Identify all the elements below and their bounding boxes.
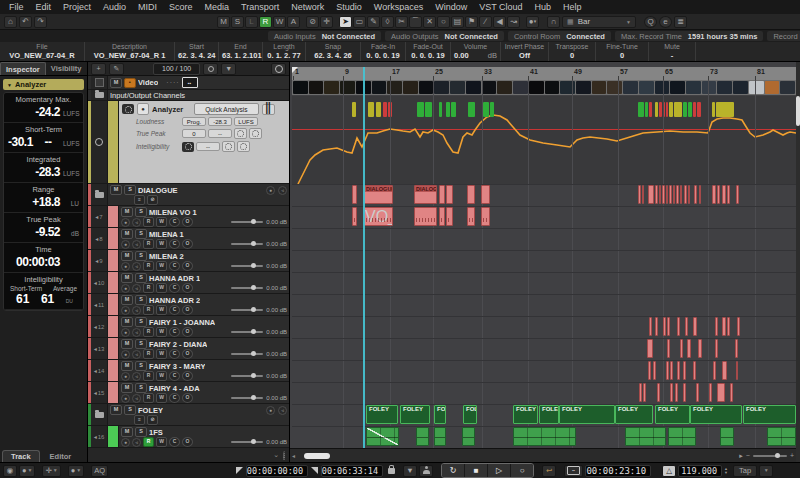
read-automation-button[interactable]: R xyxy=(143,261,154,271)
channel-edit-button[interactable]: C xyxy=(169,217,180,227)
event-fairy-1-joanna[interactable] xyxy=(663,317,666,336)
read-automation-button[interactable]: R xyxy=(143,371,154,381)
solo-button[interactable]: S xyxy=(135,339,147,349)
solo-button[interactable]: S xyxy=(135,229,147,239)
status-control-room[interactable]: Control RoomConnected xyxy=(508,31,611,41)
record-enable-icon[interactable]: ● xyxy=(121,240,130,249)
zoom-slider[interactable] xyxy=(753,455,787,457)
event-1fs[interactable] xyxy=(767,427,796,446)
insert-mode-dropdown[interactable]: ✛▼ xyxy=(42,465,60,477)
event-foley-folder[interactable]: FOLEY xyxy=(513,405,538,424)
record-enable-icon[interactable]: ● xyxy=(266,186,275,195)
event-fairy-1-joanna[interactable] xyxy=(727,317,730,336)
tab-track[interactable]: Track xyxy=(2,450,40,462)
info-fine-tune[interactable]: Fine-Tune0 xyxy=(596,42,649,61)
event-fairy-3-mary[interactable] xyxy=(653,361,656,380)
scroll-left-icon[interactable]: ◂ xyxy=(292,452,295,459)
quantize-button[interactable]: Q xyxy=(644,16,657,28)
vertical-scrollbar-thumb[interactable] xyxy=(796,96,800,126)
info-length[interactable]: Length0. 1. 2. 77 xyxy=(263,42,306,61)
mute-button[interactable]: M xyxy=(121,339,133,349)
menu-item-edit[interactable]: Edit xyxy=(36,2,52,12)
event-dialogue-folder[interactable] xyxy=(684,185,687,204)
tab-inspector[interactable]: Inspector xyxy=(0,62,46,75)
monitor-icon[interactable]: ◃ xyxy=(132,240,141,249)
event-fairy-4-ada[interactable] xyxy=(643,383,646,402)
track-input-output-channels[interactable]: Input/Output Channels xyxy=(88,90,289,101)
read-automation-button[interactable]: R xyxy=(143,283,154,293)
read-automation-button[interactable]: R xyxy=(143,437,154,447)
solo-button[interactable]: S xyxy=(135,207,147,217)
mute-button[interactable]: M xyxy=(121,317,133,327)
event-dialogue-folder[interactable]: DIALOGUE xyxy=(414,185,437,204)
menu-item-workspaces[interactable]: Workspaces xyxy=(374,2,423,12)
record-enable-icon[interactable]: ● xyxy=(121,350,130,359)
info-description[interactable]: DescriptionVO_NEW_67-04_R 1 xyxy=(85,42,175,61)
lines-icon[interactable]: ≣ xyxy=(674,16,687,28)
split-tool[interactable]: ✂ xyxy=(395,16,408,28)
event-milena-vo-1[interactable] xyxy=(481,207,490,226)
record-enable-icon[interactable]: ● xyxy=(121,284,130,293)
event-foley-folder[interactable]: FOLEY xyxy=(366,405,398,424)
auto-quantize-button[interactable]: AQ xyxy=(91,465,108,477)
channel-edit-button[interactable]: C xyxy=(169,239,180,249)
status-audio-inputs[interactable]: Audio InputsNot Connected xyxy=(268,31,381,41)
arrange-area[interactable]: 19172533414957657381 DIALOGUEDIALOGUEVO_… xyxy=(290,62,800,462)
event-fairy-2-diana[interactable] xyxy=(698,339,702,358)
event-dialogue-folder[interactable] xyxy=(666,185,668,204)
mute-button[interactable]: M xyxy=(121,361,133,371)
event-dialogue-folder[interactable] xyxy=(659,185,661,204)
event-fairy-2-diana[interactable] xyxy=(647,339,653,358)
record-enable-icon[interactable]: ● xyxy=(121,218,130,227)
event-milena-vo-1[interactable] xyxy=(352,207,357,226)
redo-icon[interactable]: ↷ xyxy=(34,16,47,28)
volume-slider[interactable] xyxy=(231,397,263,399)
write-automation-button[interactable]: W xyxy=(156,217,167,227)
event-dialogue-folder[interactable] xyxy=(669,185,672,204)
event-fairy-4-ada[interactable] xyxy=(683,383,686,402)
gear-icon[interactable] xyxy=(237,141,250,152)
solo-button[interactable]: S xyxy=(135,361,147,371)
event-fairy-3-mary[interactable] xyxy=(648,361,651,380)
info-mute[interactable]: Mute- xyxy=(649,42,696,61)
write-automation-button[interactable]: W xyxy=(156,371,167,381)
menu-item-hub[interactable]: Hub xyxy=(535,2,552,12)
auto-scroll-icon[interactable]: ✛ xyxy=(320,16,333,28)
event-fairy-1-joanna[interactable] xyxy=(737,317,740,336)
status-max-record-time[interactable]: Max. Record Time1591 hours 35 mins xyxy=(615,31,763,41)
event-fairy-1-joanna[interactable] xyxy=(655,317,658,336)
analyzer-cell[interactable]: -- xyxy=(196,142,220,151)
analyzer-cell[interactable]: -- xyxy=(208,129,232,138)
retrospective-record-icon[interactable]: ↩ xyxy=(542,465,556,477)
suspend-automation-icon[interactable]: ⊘ xyxy=(306,16,319,28)
event-fairy-3-mary[interactable] xyxy=(670,361,673,380)
write-automation-button[interactable]: W xyxy=(156,283,167,293)
channel-edit-button[interactable]: C xyxy=(169,437,180,447)
event-dialogue-folder[interactable] xyxy=(673,185,675,204)
write-automation-button[interactable]: W xyxy=(156,393,167,403)
record-enable-icon[interactable]: ● xyxy=(121,306,130,315)
lock-icon[interactable] xyxy=(388,468,395,474)
record-enable-icon[interactable]: ● xyxy=(121,438,130,447)
volume-slider[interactable] xyxy=(231,287,263,289)
menu-item-score[interactable]: Score xyxy=(169,2,193,12)
read-automation-button[interactable]: R xyxy=(143,327,154,337)
event-fairy-4-ada[interactable] xyxy=(696,383,699,402)
tab-editor[interactable]: Editor xyxy=(42,451,80,462)
record-icon[interactable]: ● xyxy=(137,103,149,115)
event-fairy-4-ada[interactable] xyxy=(717,383,725,402)
tempo-spinner[interactable]: ▲▼ xyxy=(724,467,728,475)
mute-tool[interactable]: ✕ xyxy=(423,16,436,28)
analyzer-cell[interactable]: Prog. xyxy=(182,117,206,126)
event-fairy-2-diana[interactable] xyxy=(735,339,738,358)
track-fairy-2-diana[interactable]: ◂13MSFAIRY 2 - DIANA●◃RWCO0.00 dB xyxy=(88,338,289,360)
menu-item-network[interactable]: Network xyxy=(291,2,324,12)
read-automation-button[interactable]: R xyxy=(143,349,154,359)
mute-button[interactable]: M xyxy=(121,295,133,305)
primary-time-display[interactable]: 00:00:23:10 xyxy=(585,465,651,477)
gear-icon[interactable] xyxy=(222,141,235,152)
cycle-button[interactable]: ↻ xyxy=(442,464,465,477)
read-automation-button[interactable]: R xyxy=(143,305,154,315)
event-fairy-1-joanna[interactable] xyxy=(685,317,688,336)
solo-button[interactable]: S xyxy=(135,273,147,283)
